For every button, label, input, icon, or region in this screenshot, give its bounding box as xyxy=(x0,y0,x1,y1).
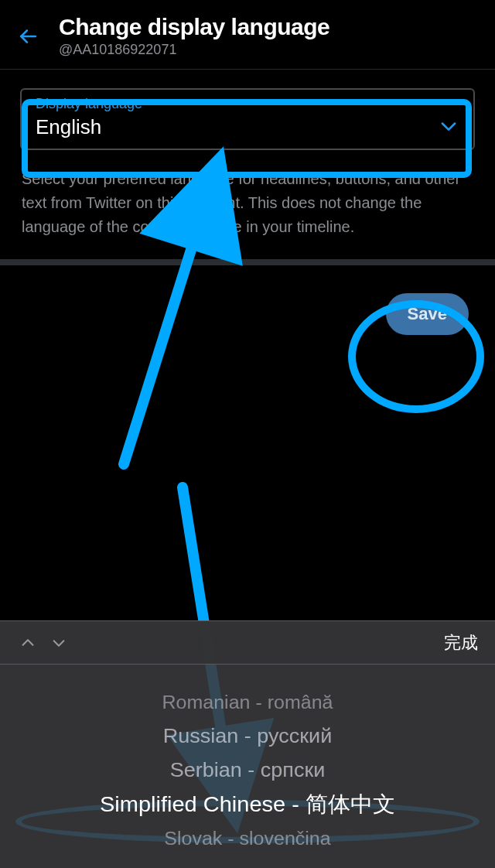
help-text: Select your preferred language for headl… xyxy=(20,167,475,239)
picker-option-selected[interactable]: Simplified Chinese - 简体中文 xyxy=(0,788,495,820)
picker-prev-button[interactable] xyxy=(12,627,43,658)
save-button[interactable]: Save xyxy=(386,293,469,335)
picker-option[interactable]: Slovak - slovenčina xyxy=(0,822,495,854)
page-title: Change display language xyxy=(59,14,329,40)
field-value: English xyxy=(36,115,101,139)
picker-wheel[interactable]: Romanian - română Russian - русский Serb… xyxy=(0,665,495,868)
header: Change display language @AA10186922071 xyxy=(0,0,495,70)
field-label: Display language xyxy=(36,96,459,112)
display-language-select[interactable]: Display language English xyxy=(20,88,475,150)
user-handle: @AA10186922071 xyxy=(59,42,329,58)
chevron-down-icon xyxy=(438,115,459,137)
picker-next-button[interactable] xyxy=(43,627,74,658)
chevron-down-icon xyxy=(50,634,67,651)
save-row: Save xyxy=(0,265,495,335)
language-picker: 完成 Romanian - română Russian - русский S… xyxy=(0,620,495,868)
picker-option[interactable]: Russian - русский xyxy=(0,719,495,752)
picker-option[interactable]: Serbian - српски xyxy=(0,754,495,786)
section-divider xyxy=(0,259,495,265)
picker-option[interactable]: Romanian - română xyxy=(0,685,495,718)
arrow-left-icon xyxy=(18,26,38,46)
picker-done-button[interactable]: 完成 xyxy=(444,631,483,654)
chevron-up-icon xyxy=(19,634,36,651)
main-content: Display language English Select your pre… xyxy=(0,70,495,239)
picker-toolbar: 完成 xyxy=(0,621,495,665)
back-button[interactable] xyxy=(11,19,45,53)
